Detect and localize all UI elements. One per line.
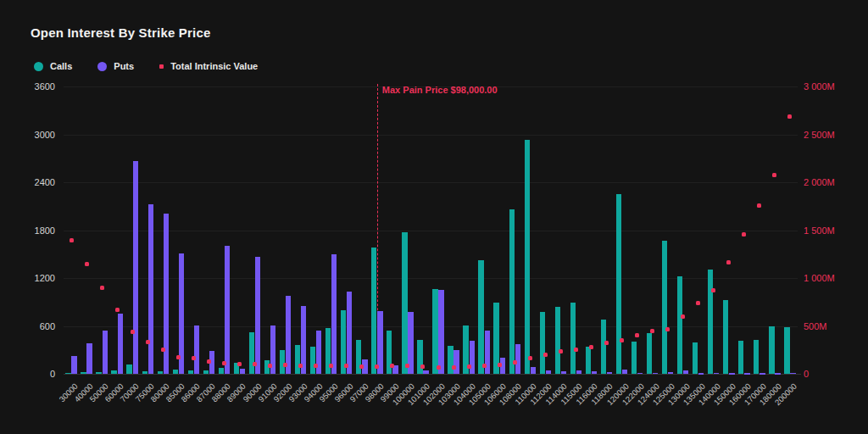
calls-bar[interactable] (280, 350, 285, 374)
tiv-point[interactable] (70, 238, 74, 242)
tiv-point[interactable] (452, 365, 456, 370)
puts-bar[interactable] (255, 257, 260, 374)
calls-bar[interactable] (219, 368, 224, 374)
tiv-point[interactable] (513, 360, 517, 364)
puts-bar[interactable] (729, 373, 734, 375)
tiv-point[interactable] (482, 364, 487, 368)
puts-bar[interactable] (714, 373, 719, 375)
calls-bar[interactable] (601, 320, 606, 374)
puts-bar[interactable] (744, 373, 749, 375)
calls-bar[interactable] (432, 289, 437, 374)
puts-bar[interactable] (453, 350, 459, 374)
tiv-point[interactable] (543, 353, 548, 357)
calls-bar[interactable] (310, 347, 315, 374)
tiv-point[interactable] (711, 288, 715, 292)
puts-bar[interactable] (103, 331, 108, 374)
calls-bar[interactable] (402, 232, 407, 374)
puts-bar[interactable] (470, 341, 475, 374)
puts-bar[interactable] (423, 370, 428, 374)
calls-bar[interactable] (188, 370, 193, 374)
calls-bar[interactable] (769, 326, 774, 374)
tiv-point[interactable] (665, 327, 670, 331)
calls-bar[interactable] (632, 342, 637, 374)
calls-bar[interactable] (417, 340, 422, 374)
tiv-point[interactable] (635, 333, 639, 337)
tiv-point[interactable] (559, 349, 563, 353)
calls-bar[interactable] (555, 307, 560, 374)
puts-bar[interactable] (86, 343, 92, 374)
tiv-point[interactable] (115, 308, 120, 312)
calls-bar[interactable] (540, 312, 545, 374)
calls-bar[interactable] (111, 370, 116, 374)
calls-bar[interactable] (371, 248, 376, 374)
tiv-point[interactable] (207, 359, 211, 364)
tiv-point[interactable] (696, 301, 700, 305)
calls-bar[interactable] (723, 300, 728, 374)
puts-bar[interactable] (637, 373, 643, 375)
puts-bar[interactable] (683, 370, 688, 374)
tiv-point[interactable] (314, 364, 318, 368)
tiv-point[interactable] (268, 364, 272, 368)
puts-bar[interactable] (133, 161, 138, 374)
tiv-point[interactable] (176, 355, 181, 359)
tiv-point[interactable] (100, 286, 104, 290)
tiv-point[interactable] (253, 362, 257, 366)
calls-bar[interactable] (81, 372, 86, 374)
tiv-point[interactable] (467, 364, 471, 369)
tiv-point[interactable] (681, 314, 685, 319)
tiv-point[interactable] (420, 364, 425, 369)
tiv-point[interactable] (650, 329, 654, 333)
puts-bar[interactable] (622, 370, 627, 374)
puts-bar[interactable] (561, 371, 566, 374)
puts-bar[interactable] (240, 369, 245, 374)
calls-bar[interactable] (738, 341, 743, 374)
tiv-point[interactable] (787, 114, 792, 119)
tiv-point[interactable] (742, 232, 746, 236)
tiv-point[interactable] (85, 262, 89, 266)
calls-bar[interactable] (65, 373, 70, 375)
puts-bar[interactable] (775, 373, 780, 375)
puts-bar[interactable] (515, 344, 520, 374)
calls-bar[interactable] (693, 342, 698, 374)
tiv-point[interactable] (161, 348, 165, 352)
puts-bar[interactable] (607, 372, 612, 374)
puts-bar[interactable] (438, 290, 443, 374)
puts-bar[interactable] (698, 373, 704, 375)
calls-bar[interactable] (158, 371, 163, 374)
calls-bar[interactable] (126, 364, 131, 374)
puts-bar[interactable] (546, 370, 551, 374)
tiv-point[interactable] (283, 363, 287, 367)
puts-bar[interactable] (118, 314, 123, 374)
tiv-point[interactable] (726, 260, 731, 264)
puts-bar[interactable] (653, 373, 658, 375)
tiv-point[interactable] (146, 340, 150, 344)
puts-bar[interactable] (148, 204, 153, 374)
tiv-point[interactable] (192, 356, 196, 360)
calls-bar[interactable] (754, 340, 759, 374)
tiv-point[interactable] (298, 364, 303, 368)
puts-bar[interactable] (790, 373, 795, 375)
puts-bar[interactable] (531, 367, 536, 374)
puts-bar[interactable] (668, 372, 673, 374)
calls-bar[interactable] (478, 260, 483, 374)
plot-area[interactable]: 00600500M12001 000M18001 500M24002 000M3… (0, 0, 868, 434)
calls-bar[interactable] (203, 370, 209, 374)
tiv-point[interactable] (222, 361, 226, 365)
tiv-point[interactable] (757, 203, 761, 208)
tiv-point[interactable] (620, 338, 624, 342)
puts-bar[interactable] (347, 292, 352, 374)
puts-bar[interactable] (331, 254, 337, 374)
tiv-point[interactable] (604, 341, 609, 345)
calls-bar[interactable] (448, 346, 453, 374)
tiv-point[interactable] (359, 364, 364, 369)
calls-bar[interactable] (677, 276, 682, 374)
tiv-point[interactable] (589, 345, 593, 349)
tiv-point[interactable] (772, 173, 776, 177)
calls-bar[interactable] (784, 327, 789, 374)
tiv-point[interactable] (237, 362, 242, 366)
puts-bar[interactable] (194, 326, 199, 374)
calls-bar[interactable] (570, 303, 576, 374)
calls-bar[interactable] (647, 333, 652, 374)
calls-bar[interactable] (96, 372, 101, 374)
puts-bar[interactable] (576, 370, 581, 374)
